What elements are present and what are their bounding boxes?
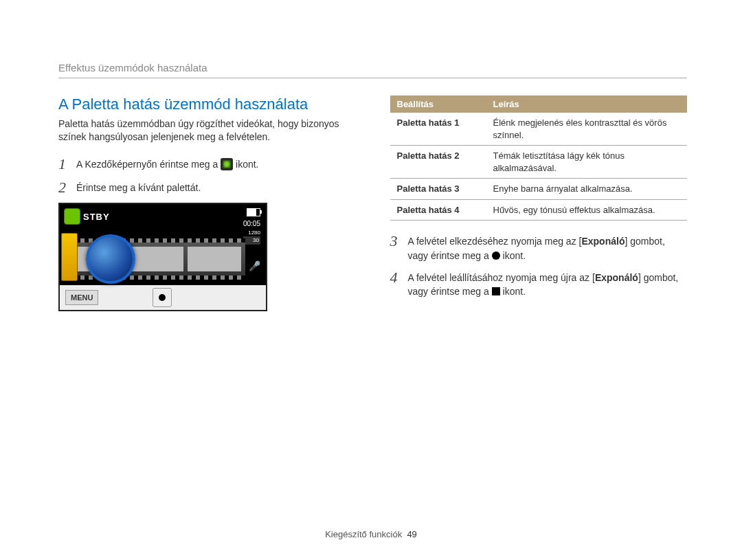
setting-desc: Enyhe barna árnyalat alkalmazása. (486, 179, 688, 200)
breadcrumb: Effektus üzemmódok használata (58, 62, 687, 78)
rec-timer: 00:05 (243, 219, 260, 229)
seg-c: ikont. (500, 286, 526, 297)
setting-name: Paletta hatás 3 (390, 179, 486, 200)
table-row: Paletta hatás 4 Hűvös, egy tónusú effekt… (390, 199, 688, 221)
step-4: 4 A felvétel leállításához nyomja meg új… (390, 269, 688, 299)
step-3: 3 A felvétel elkezdéséhez nyomja meg az … (390, 233, 688, 262)
footer-label: Kiegészítő funkciók (325, 529, 402, 539)
setting-name: Paletta hatás 2 (390, 146, 486, 179)
setting-desc: Hűvös, egy tónusú effektus alkalmazása. (486, 199, 688, 221)
table-row: Paletta hatás 1 Élénk megjelenés éles ko… (390, 113, 688, 146)
seg-c: ikont. (500, 250, 526, 261)
film-canister-icon (61, 233, 78, 281)
record-dot-icon (159, 294, 166, 301)
setting-desc: Élénk megjelenés éles kontraszttal és vö… (486, 113, 688, 146)
step-text: Érintse meg a kívánt palettát. (76, 179, 356, 194)
table-row: Paletta hatás 3 Enyhe barna árnyalat alk… (390, 179, 688, 200)
lens-selector-icon (86, 234, 135, 284)
table-header-setting: Beállítás (390, 96, 486, 113)
table-row: Paletta hatás 2 Témák letisztítása lágy … (390, 146, 688, 179)
battery-icon (247, 208, 260, 216)
record-mode-icon (64, 208, 80, 225)
stby-label: STBY (83, 212, 110, 222)
page-footer: Kiegészítő funkciók 49 (0, 529, 742, 539)
camera-screenshot: STBY 00:05 1280 30 🎤 (58, 203, 267, 311)
step-2: 2 Érintse meg a kívánt palettát. (58, 179, 356, 196)
filmstrip-thumb (130, 247, 183, 271)
seg-a: A felvétel elkezdéséhez nyomja meg az [ (408, 236, 582, 247)
step-text-after: ikont. (236, 159, 258, 170)
step-number: 1 (58, 156, 76, 172)
step-1: 1 A Kezdőképernyőn érintse meg a ikont. (58, 156, 356, 172)
record-start-icon (492, 251, 500, 260)
intro-text: Paletta hatás üzemmódban úgy rögzíthet v… (58, 117, 356, 144)
fps-badge: 30 (243, 236, 260, 244)
filmstrip-thumb (188, 247, 241, 271)
record-button[interactable] (153, 288, 172, 307)
section-title: A Paletta hatás üzemmód használata (58, 96, 356, 113)
right-column: Beállítás Leírás Paletta hatás 1 Élénk m… (390, 96, 688, 311)
setting-desc: Témák letisztítása lágy kék tónus alkalm… (486, 146, 688, 179)
microphone-icon: 🎤 (249, 260, 260, 271)
seg-bold: Exponáló (595, 272, 638, 283)
seg-a: A felvétel leállításához nyomja meg újra… (408, 272, 595, 283)
step-text: A Kezdőképernyőn érintse meg a ikont. (76, 156, 356, 171)
step-number: 2 (58, 179, 76, 196)
menu-button[interactable]: MENU (65, 290, 98, 305)
footer-page-number: 49 (407, 529, 416, 539)
seg-bold: Exponáló (581, 236, 625, 247)
palette-settings-table: Beállítás Leírás Paletta hatás 1 Élénk m… (390, 96, 688, 221)
step-text: A felvétel leállításához nyomja meg újra… (408, 269, 688, 299)
setting-name: Paletta hatás 1 (390, 113, 486, 146)
step-text-before: A Kezdőképernyőn érintse meg a (76, 159, 221, 170)
setting-name: Paletta hatás 4 (390, 199, 486, 221)
step-number: 3 (390, 233, 408, 249)
left-column: A Paletta hatás üzemmód használata Palet… (58, 96, 356, 311)
resolution-badge: 1280 (248, 229, 260, 236)
palette-mode-icon (221, 158, 233, 170)
step-text: A felvétel elkezdéséhez nyomja meg az [E… (408, 233, 688, 262)
table-header-desc: Leírás (486, 96, 688, 113)
step-number: 4 (390, 269, 408, 286)
record-stop-icon (492, 287, 500, 295)
